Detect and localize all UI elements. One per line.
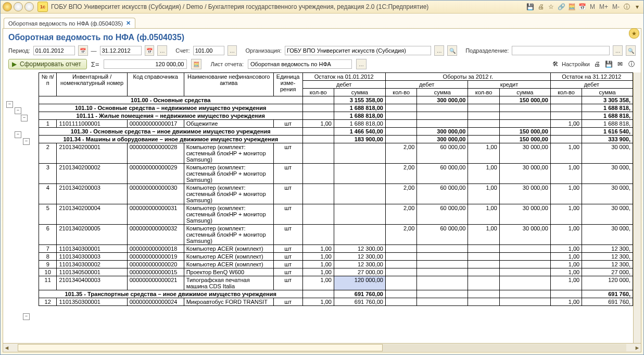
cell[interactable]: 000000000000031 bbox=[127, 204, 184, 225]
sheet-select-icon[interactable]: … bbox=[356, 59, 367, 69]
cell[interactable]: 000000000000030 bbox=[127, 184, 184, 204]
table-row[interactable]: 22101340200001000000000000028Компьютер (… bbox=[39, 143, 633, 164]
cell[interactable]: 000000000000020 bbox=[127, 261, 184, 268]
cell[interactable]: 120 000, bbox=[582, 276, 633, 290]
cell[interactable]: 2,00 bbox=[385, 164, 416, 184]
cell[interactable]: шт bbox=[273, 276, 302, 290]
cell[interactable]: 2101340200003 bbox=[57, 184, 127, 204]
scroll-right-icon[interactable]: ► bbox=[634, 344, 641, 351]
cell[interactable] bbox=[334, 204, 385, 225]
cell[interactable]: 1,00 bbox=[468, 204, 499, 225]
date-to-picker-icon[interactable]: 📅 bbox=[145, 45, 155, 56]
run-report-button[interactable]: ▶ Сформировать отчет bbox=[8, 59, 87, 69]
cell[interactable]: 2101340200001 bbox=[57, 143, 127, 164]
cell[interactable]: 101.11 - Жилые помещения – недвижимое им… bbox=[39, 112, 303, 120]
cell[interactable]: Компьютер (комплект: системный блокHP + … bbox=[184, 143, 273, 164]
cell[interactable]: 1 bbox=[39, 120, 57, 128]
period-select-icon[interactable]: … bbox=[157, 45, 167, 56]
cell[interactable]: 691 760, bbox=[582, 290, 633, 298]
cell[interactable]: 2101340400003 bbox=[57, 276, 127, 290]
cell[interactable] bbox=[499, 298, 550, 306]
table-row[interactable]: 71101340300001000000000000018Компьютер A… bbox=[39, 245, 633, 253]
window-maximize-icon[interactable] bbox=[24, 2, 34, 11]
cell[interactable]: 1,00 bbox=[302, 253, 334, 261]
cell[interactable]: 1 688 818,00 bbox=[334, 120, 385, 128]
favorites-toggle-icon[interactable]: ★ bbox=[629, 28, 639, 39]
tree-toggle-icon[interactable]: − bbox=[23, 313, 30, 320]
cell[interactable] bbox=[302, 184, 334, 204]
tool-print-icon[interactable]: 🖨 bbox=[593, 60, 601, 68]
calendar-icon[interactable]: 📅 bbox=[578, 3, 587, 11]
dept-search-icon[interactable]: 🔍 bbox=[626, 45, 636, 56]
cell[interactable]: 1 688 818, bbox=[582, 120, 633, 128]
cell[interactable]: 10 bbox=[39, 268, 57, 276]
cell[interactable]: 3 155 358,00 bbox=[334, 96, 385, 104]
cell[interactable] bbox=[417, 276, 468, 290]
cell[interactable]: 000000000000024 bbox=[127, 298, 184, 306]
cell[interactable]: 1 616 540, bbox=[582, 128, 633, 136]
cell[interactable]: 30 000,00 bbox=[499, 204, 550, 225]
cell[interactable] bbox=[385, 261, 416, 268]
tool-save-icon[interactable]: 💾 bbox=[604, 60, 613, 68]
cell[interactable] bbox=[302, 128, 334, 136]
cell[interactable] bbox=[385, 112, 416, 120]
cell[interactable]: шт bbox=[273, 268, 302, 276]
org-input[interactable] bbox=[285, 46, 432, 55]
org-select-icon[interactable]: … bbox=[434, 45, 444, 56]
account-input[interactable] bbox=[193, 46, 224, 55]
cell[interactable]: 101.00 - Основные средства bbox=[39, 96, 303, 104]
tree-toggle-icon[interactable]: − bbox=[15, 131, 21, 138]
cell[interactable]: 150 000,00 bbox=[499, 136, 550, 143]
favorite-star-icon[interactable]: ☆ bbox=[547, 3, 555, 11]
cell[interactable]: 60 000,00 bbox=[417, 184, 468, 204]
window-minimize-icon[interactable] bbox=[14, 2, 23, 11]
cell[interactable]: 27 000, bbox=[582, 268, 633, 276]
tree-toggle-icon[interactable]: − bbox=[21, 115, 28, 121]
cell[interactable] bbox=[385, 136, 416, 143]
cell[interactable]: Компьютер (комплект: системный блокHP + … bbox=[184, 225, 273, 245]
cell[interactable]: 1 688 818, bbox=[582, 104, 633, 112]
horizontal-scrollbar[interactable]: ◄ ► bbox=[3, 343, 641, 352]
cell[interactable]: 101.34 - Машины и оборудование – иное дв… bbox=[39, 136, 303, 143]
cell[interactable] bbox=[302, 112, 334, 120]
cell[interactable] bbox=[302, 143, 334, 164]
cell[interactable]: 1101340300001 bbox=[57, 245, 127, 253]
dropdown-icon[interactable]: ▾ bbox=[633, 3, 641, 11]
cell[interactable]: Компьютер (комплект: системный блокHP + … bbox=[184, 184, 273, 204]
cell[interactable] bbox=[468, 120, 499, 128]
cell[interactable]: 691 760,00 bbox=[334, 290, 385, 298]
cell[interactable] bbox=[385, 298, 416, 306]
cell[interactable]: 1,00 bbox=[302, 245, 334, 253]
cell[interactable]: 1,00 bbox=[302, 268, 334, 276]
cell[interactable]: шт bbox=[273, 245, 302, 253]
cell[interactable]: 1,00 bbox=[550, 204, 582, 225]
cell[interactable]: 1,00 bbox=[468, 184, 499, 204]
cell[interactable]: 183 900,00 bbox=[334, 136, 385, 143]
cell[interactable]: 6 bbox=[39, 225, 57, 245]
cell[interactable]: Компьютер ACER (комплект) bbox=[184, 261, 273, 268]
cell[interactable]: 101.35 - Транспортные средства – иное дв… bbox=[39, 290, 303, 298]
cell[interactable]: Компьютер ACER (комплект) bbox=[184, 253, 273, 261]
cell[interactable]: 1,00 bbox=[302, 120, 334, 128]
cell[interactable] bbox=[499, 245, 550, 253]
memory-mplus[interactable]: M+ bbox=[598, 3, 609, 10]
cell[interactable] bbox=[334, 164, 385, 184]
cell[interactable]: 333 900, bbox=[582, 136, 633, 143]
cell[interactable]: 000000000000015 bbox=[127, 268, 184, 276]
cell[interactable]: 60 000,00 bbox=[417, 225, 468, 245]
group-row[interactable]: 101.11 - Жилые помещения – недвижимое им… bbox=[39, 112, 633, 120]
cell[interactable]: 300 000,00 bbox=[417, 128, 468, 136]
cell[interactable]: 1,00 bbox=[550, 253, 582, 261]
cell[interactable]: 000000000000029 bbox=[127, 164, 184, 184]
cell[interactable]: 1 688 818,00 bbox=[334, 112, 385, 120]
cell[interactable]: 11 bbox=[39, 276, 57, 290]
cell[interactable]: 101.30 - Основные средства – иное движим… bbox=[39, 128, 303, 136]
cell[interactable]: Компьютер (комплект: системный блокHP + … bbox=[184, 204, 273, 225]
table-row[interactable]: 62101340200005000000000000032Компьютер (… bbox=[39, 225, 633, 245]
table-row[interactable]: 91101340300002000000000000020Компьютер A… bbox=[39, 261, 633, 268]
cell[interactable] bbox=[385, 245, 416, 253]
cell[interactable]: 2101340200004 bbox=[57, 204, 127, 225]
cell[interactable] bbox=[468, 128, 499, 136]
cell[interactable] bbox=[302, 104, 334, 112]
cell[interactable]: 1101340500001 bbox=[57, 268, 127, 276]
